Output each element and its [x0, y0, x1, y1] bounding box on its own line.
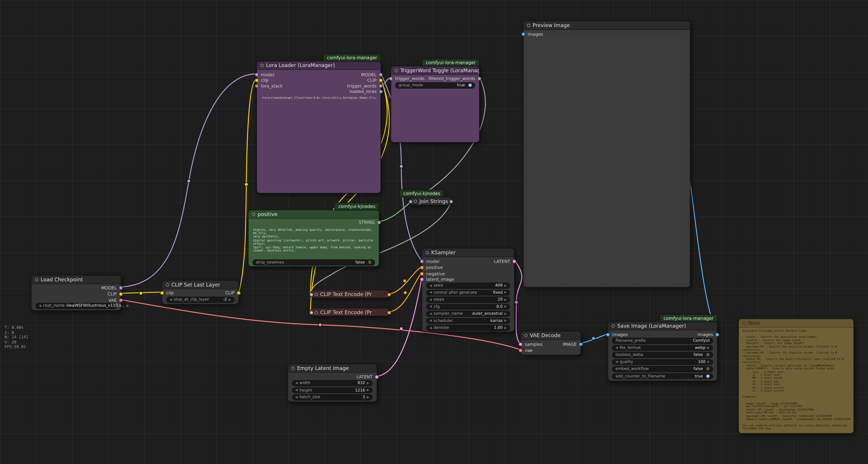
output-slot-image[interactable]: IMAGE	[563, 342, 583, 347]
graph-canvas[interactable]: T: 0.00s I: 0 N: 14 [14] V: 28 FPS:58.82…	[0, 0, 868, 464]
node-titlebar[interactable]: CLIP Text Encode (Pr	[311, 291, 389, 298]
widget-add-counter-to-filename[interactable]: add_counter_to_filename true	[612, 373, 713, 379]
node-titlebar[interactable]: Preview Image	[524, 21, 690, 30]
combo-right-arrow-icon[interactable]: ▶	[367, 396, 369, 399]
slot-dot-model[interactable]	[255, 72, 259, 77]
output-slot-loaded-loras[interactable]: loaded_loras	[349, 89, 383, 94]
node-titlebar[interactable]: Note	[739, 319, 853, 328]
node-titlebar[interactable]: Lora Loader (LoraManager)	[257, 62, 380, 70]
combo-right-arrow-icon[interactable]: ▶	[504, 326, 506, 329]
slot-dot-image[interactable]	[579, 342, 583, 346]
input-slot-latent-image[interactable]: latent_image	[420, 277, 454, 282]
widget-height[interactable]: ◀ height 1216 ▶	[292, 387, 372, 393]
widget-ckpt-name[interactable]: ◀ ckpt_name ilwaiNSFWIllustrious_v110.s.…	[36, 303, 117, 309]
node-titlebar[interactable]: KSampler	[422, 249, 514, 257]
widget-steps[interactable]: ◀ steps 20 ▶	[426, 297, 510, 302]
prompt-textarea[interactable]: highres, very detailed, amazing quality,…	[253, 228, 374, 258]
collapse-dot-icon[interactable]	[35, 278, 38, 281]
combo-left-arrow-icon[interactable]: ◀	[295, 396, 298, 399]
combo-left-arrow-icon[interactable]: ◀	[430, 312, 432, 315]
combo-right-arrow-icon[interactable]: ▶	[504, 284, 506, 287]
widget-strip-newlines[interactable]: strip_newlines false	[252, 259, 375, 265]
collapse-dot-icon[interactable]	[252, 212, 255, 216]
slot-dot-clip[interactable]	[160, 291, 164, 295]
collapse-dot-icon[interactable]	[314, 292, 318, 296]
output-slot-clip[interactable]: CLIP	[367, 78, 383, 83]
combo-right-arrow-icon[interactable]: ▶	[504, 305, 506, 308]
widget-cfg[interactable]: ◀ cfg 8.0 ▶	[426, 304, 510, 310]
input-slot-model[interactable]: model	[255, 72, 274, 77]
output-slot-clip[interactable]: CLIP	[225, 290, 241, 295]
widget-lossless-webp[interactable]: lossless_webp false	[612, 352, 713, 358]
slot-dot-image[interactable]	[715, 332, 719, 337]
input-slot-clip[interactable]: clip	[160, 290, 174, 295]
widget-batch-size[interactable]: ◀ batch_size 3 ▶	[292, 394, 372, 400]
input-slot-samples[interactable]: samples	[519, 342, 542, 347]
widget-embed-workflow[interactable]: embed_workflow false	[612, 366, 713, 372]
combo-left-arrow-icon[interactable]: ◀	[430, 291, 432, 294]
node-empty-latent-image[interactable]: Empty Latent Image LATENT ◀ width 832 ▶ …	[287, 364, 377, 402]
output-slot-string[interactable]: STRING	[359, 220, 381, 225]
collapsed-output-dot[interactable]	[387, 310, 391, 314]
collapse-dot-icon[interactable]	[612, 324, 615, 328]
widget-sampler-name[interactable]: ◀ sampler_name euler_ancestral ▶	[426, 311, 510, 317]
node-titlebar[interactable]: Empty Latent Image	[288, 364, 377, 373]
combo-right-arrow-icon[interactable]: ▶	[707, 346, 710, 349]
output-slot-vae[interactable]: VAE	[108, 297, 123, 302]
output-slot-latent[interactable]: LATENT	[356, 374, 379, 379]
collapsed-output-dot[interactable]	[387, 292, 391, 296]
combo-right-arrow-icon[interactable]: ▶	[367, 388, 369, 392]
combo-left-arrow-icon[interactable]: ◀	[430, 284, 432, 287]
node-positive-prompt[interactable]: positive STRING highres, very detailed, …	[248, 210, 379, 267]
widget-quality[interactable]: ◀ quality 100 ▶	[612, 359, 713, 365]
node-load-checkpoint[interactable]: Load Checkpoint MODEL CLIP VAE ◀ ckpt_na…	[31, 275, 121, 311]
widget-stop-at-clip-layer[interactable]: ◀ stop_at_clip_layer -2 ▶	[166, 297, 234, 302]
input-slot-negative[interactable]: negative	[420, 271, 445, 276]
slot-dot-model[interactable]	[420, 259, 424, 263]
slot-dot-image[interactable]	[606, 332, 610, 337]
combo-right-arrow-icon[interactable]: ▶	[228, 298, 231, 301]
toggle-dot-icon[interactable]	[706, 367, 710, 371]
output-slot-filtered-trigger-words[interactable]: filtered_trigger_words	[428, 76, 481, 81]
collapse-dot-icon[interactable]	[527, 24, 530, 27]
widget-filename-prefix[interactable]: filename_prefix ComfyUI	[612, 338, 713, 344]
slot-dot-clip[interactable]	[119, 292, 123, 296]
widget-control-after-generate[interactable]: ◀ control after generate fixed ▶	[426, 290, 510, 296]
node-triggerword-toggle[interactable]: TriggerWord Toggle (LoraManager) trigger…	[391, 66, 480, 143]
toggle-dot-icon[interactable]	[468, 84, 472, 87]
node-titlebar[interactable]: CLIP Set Last Layer	[162, 281, 239, 289]
slot-dot-trigger-words[interactable]	[379, 84, 383, 88]
combo-left-arrow-icon[interactable]: ◀	[616, 360, 618, 364]
input-slot-images[interactable]: images	[521, 31, 543, 36]
collapsed-output-dot[interactable]	[449, 199, 453, 203]
node-clip-set-last-layer[interactable]: CLIP Set Last Layer clip CLIP ◀ stop_at_…	[162, 280, 239, 304]
output-slot-trigger-words[interactable]: trigger_words	[347, 83, 383, 88]
widget-denoise[interactable]: ◀ denoise 1.00 ▶	[426, 325, 510, 331]
combo-right-arrow-icon[interactable]: ▶	[504, 291, 506, 294]
slot-dot-clip[interactable]	[379, 78, 383, 82]
output-slot-latent[interactable]: LATENT	[494, 259, 516, 264]
node-note[interactable]: Note Available filename_prefix Pattern C…	[738, 319, 854, 434]
node-titlebar[interactable]: Save Image (LoraManager)	[608, 322, 717, 330]
combo-right-arrow-icon[interactable]: ▶	[126, 304, 129, 308]
node-titlebar[interactable]: TriggerWord Toggle (LoraManager)	[391, 66, 479, 75]
input-slot-positive[interactable]: positive	[420, 265, 443, 270]
slot-dot-string[interactable]	[377, 220, 381, 224]
input-slot-images[interactable]: images	[606, 332, 628, 337]
slot-dot-filtered-trigger-words[interactable]	[477, 77, 481, 81]
slot-dot-clip[interactable]	[255, 78, 259, 82]
combo-left-arrow-icon[interactable]: ◀	[39, 304, 41, 308]
collapse-dot-icon[interactable]	[165, 283, 169, 287]
collapsed-input-dot[interactable]	[309, 310, 313, 314]
toggle-dot-icon[interactable]	[706, 374, 710, 378]
input-slot-vae[interactable]: vae	[519, 348, 533, 353]
combo-left-arrow-icon[interactable]: ◀	[616, 346, 618, 349]
collapse-dot-icon[interactable]	[414, 199, 417, 203]
note-textarea[interactable]: Available filename_prefix Pattern Codes …	[742, 329, 850, 431]
toggle-dot-icon[interactable]	[368, 261, 371, 264]
combo-left-arrow-icon[interactable]: ◀	[430, 305, 432, 308]
input-slot-trigger-words[interactable]: trigger_words	[389, 76, 425, 81]
combo-right-arrow-icon[interactable]: ▶	[504, 312, 506, 315]
combo-left-arrow-icon[interactable]: ◀	[169, 298, 172, 301]
node-titlebar[interactable]: CLIP Text Encode (Pr	[311, 308, 389, 316]
